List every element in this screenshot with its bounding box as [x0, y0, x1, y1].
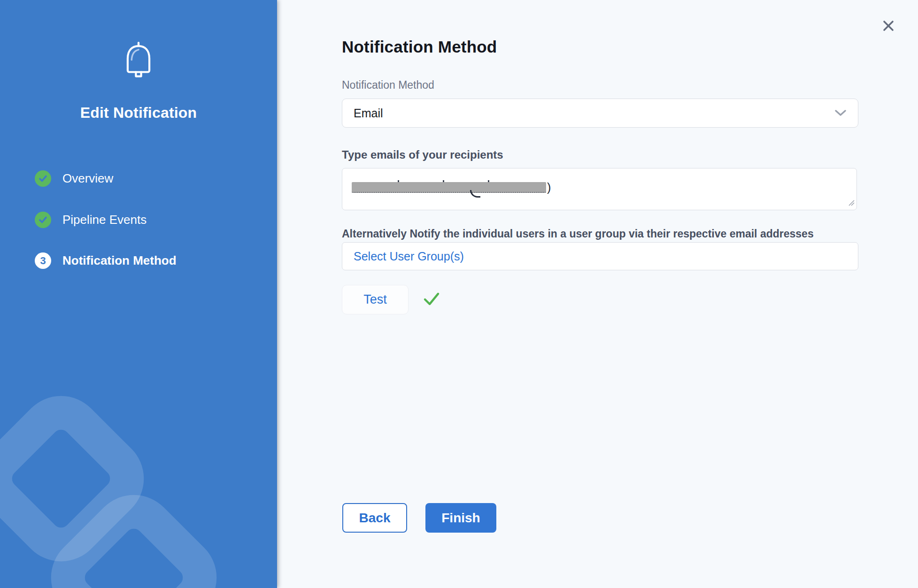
wizard-sidebar: Edit Notification Overview Pipeline Even… [0, 0, 277, 588]
back-button[interactable]: Back [342, 503, 407, 533]
select-user-groups-label: Select User Group(s) [354, 250, 464, 263]
recipients-textarea[interactable]: ) [342, 168, 857, 210]
wizard-title: Edit Notification [0, 104, 277, 122]
select-user-groups-button[interactable]: Select User Group(s) [342, 242, 858, 270]
step-complete-check-icon [35, 212, 51, 228]
recipients-field-label: Type emails of your recipients [342, 148, 503, 161]
chevron-down-icon [834, 109, 847, 117]
brand-watermark-logo [0, 377, 277, 588]
email-at-glyph-remnant [470, 190, 480, 198]
redacted-email-value [352, 182, 546, 193]
notification-method-panel: Notification Method Notification Method … [277, 0, 918, 588]
selected-method-value: Email [354, 107, 383, 120]
page-title: Notification Method [342, 38, 497, 56]
bell-icon [122, 41, 155, 80]
sidebar-step-notification-method[interactable]: 3 Notification Method [35, 252, 177, 269]
step-number-badge: 3 [35, 252, 51, 269]
sidebar-step-overview[interactable]: Overview [35, 170, 113, 187]
step-label: Notification Method [62, 253, 177, 268]
finish-button[interactable]: Finish [425, 503, 496, 533]
step-complete-check-icon [35, 170, 51, 187]
step-label: Overview [62, 171, 113, 186]
sidebar-step-pipeline-events[interactable]: Pipeline Events [35, 212, 147, 228]
redacted-email-suffix: ) [547, 181, 551, 194]
user-group-note: Alternatively Notify the individual user… [342, 228, 814, 240]
test-button[interactable]: Test [342, 285, 409, 314]
notification-method-select[interactable]: Email [342, 99, 858, 128]
method-field-label: Notification Method [342, 79, 434, 92]
step-label: Pipeline Events [62, 213, 147, 227]
test-success-check-icon [423, 291, 440, 309]
close-icon[interactable] [880, 18, 896, 34]
resize-grip-icon[interactable] [848, 199, 855, 208]
edit-notification-modal: Edit Notification Overview Pipeline Even… [0, 0, 918, 588]
